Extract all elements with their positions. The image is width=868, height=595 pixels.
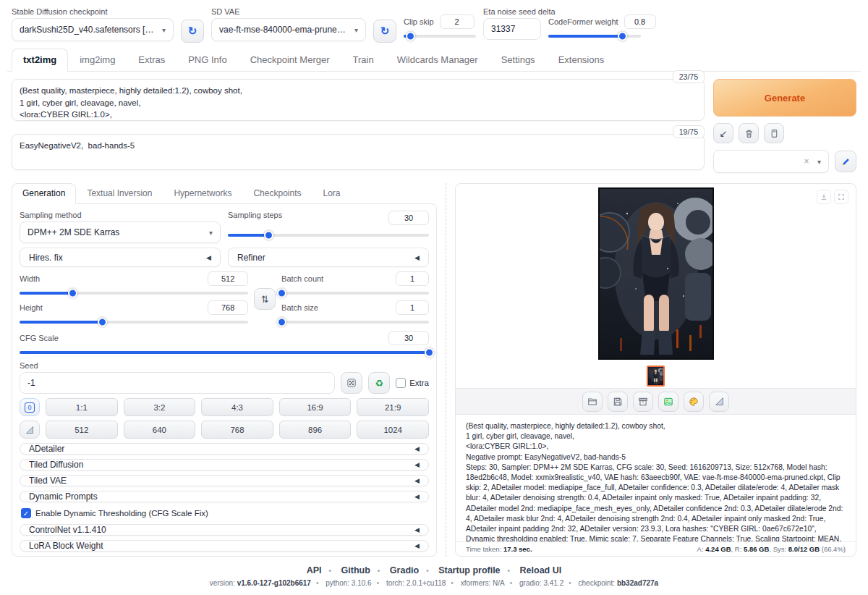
startup-profile-link[interactable]: Startup profile (438, 565, 500, 575)
styles-dropdown[interactable]: × ▾ (713, 150, 829, 173)
chevron-down-icon: ▾ (817, 158, 821, 166)
size-896-button[interactable]: 896 (279, 421, 352, 439)
clip-skip-input[interactable] (440, 14, 475, 29)
tab-checkpoints[interactable]: Checkpoints (242, 183, 312, 203)
batch-count-input[interactable] (396, 271, 429, 286)
refiner-accordion[interactable]: Refiner ◀ (228, 248, 429, 267)
tab-generation[interactable]: Generation (12, 183, 76, 204)
controlnet-accordion[interactable]: ControlNet v1.1.410 ◀ (20, 524, 429, 536)
aspect-1-1-button[interactable]: 1:1 (46, 398, 118, 416)
size-768-button[interactable]: 768 (201, 421, 273, 439)
dynamic-prompts-accordion[interactable]: Dynamic Prompts ◀ (20, 491, 429, 502)
clear-prompt-button[interactable] (739, 123, 759, 143)
edit-styles-button[interactable] (835, 151, 856, 172)
tab-hypernetworks[interactable]: Hypernetworks (163, 183, 242, 203)
codeformer-slider[interactable] (548, 35, 641, 38)
clear-styles-icon[interactable]: × (804, 156, 809, 166)
tab-checkpoint-merger[interactable]: Checkpoint Merger (239, 48, 341, 71)
sampling-steps-input[interactable] (388, 211, 429, 225)
width-slider[interactable] (20, 292, 248, 295)
time-taken-value: 17.3 sec. (503, 545, 532, 553)
lora-block-weight-accordion[interactable]: LoRA Block Weight ◀ (20, 540, 429, 552)
size-preset-tool-button[interactable] (20, 421, 40, 439)
api-link[interactable]: API (307, 565, 322, 575)
clip-skip-slider[interactable] (404, 35, 476, 38)
send-to-inpaint-button[interactable] (684, 392, 704, 412)
sampling-method-dropdown[interactable]: DPM++ 2M SDE Karras ▾ (20, 221, 221, 243)
aspect-ratio-tool-button[interactable]: 0 (20, 398, 40, 416)
generate-button[interactable]: Generate (713, 79, 856, 117)
tab-lora[interactable]: Lora (312, 183, 352, 203)
prompt-input[interactable]: (Best quality, masterpiece, highly detai… (12, 79, 705, 121)
ensd-input[interactable] (483, 18, 541, 40)
refresh-vae-button[interactable]: ↻ (373, 20, 396, 43)
batch-size-slider[interactable] (281, 321, 429, 324)
collapsed-arrow-icon: ◀ (414, 477, 420, 484)
extra-networks-button[interactable] (764, 123, 784, 143)
aspect-21-9-button[interactable]: 21:9 (357, 398, 429, 416)
send-to-img2img-button[interactable] (658, 392, 678, 412)
size-640-button[interactable]: 640 (124, 421, 196, 439)
tab-textual-inversion[interactable]: Textual Inversion (76, 183, 163, 203)
mem-sys-percent: (66.4%) (822, 545, 846, 553)
quicksettings-bar: Stable Diffusion checkpoint darkSushi25D… (7, 4, 861, 48)
checkbox-checked-icon: ✓ (21, 508, 31, 518)
dynamic-prompts-label: Dynamic Prompts (29, 491, 98, 502)
sampling-method-label: Sampling method (20, 211, 221, 219)
cfg-scale-slider[interactable] (20, 351, 429, 354)
batch-size-input[interactable] (396, 300, 429, 315)
save-image-button[interactable] (608, 392, 628, 412)
tab-wildcards-manager[interactable]: Wildcards Manager (386, 48, 490, 71)
collapsed-arrow-icon: ◀ (414, 526, 420, 533)
hires-fix-accordion[interactable]: Hires. fix ◀ (20, 248, 221, 267)
swap-dimensions-button[interactable]: ⇅ (254, 288, 276, 310)
adetailer-accordion[interactable]: ADetailer ◀ (20, 443, 429, 455)
tab-img2img[interactable]: img2img (68, 48, 127, 71)
tab-extras[interactable]: Extras (127, 48, 176, 71)
seed-input[interactable] (20, 372, 335, 394)
height-slider[interactable] (20, 321, 248, 324)
fullscreen-button[interactable] (834, 190, 848, 204)
send-to-extras-button[interactable] (709, 392, 729, 412)
tab-settings[interactable]: Settings (490, 48, 547, 71)
save-zip-button[interactable] (633, 392, 653, 412)
mem-r-value: 5.86 GB (744, 545, 769, 553)
thumbnail-selected[interactable] (647, 366, 665, 387)
tab-train[interactable]: Train (341, 48, 386, 71)
extra-seed-checkbox[interactable]: Extra (396, 378, 429, 388)
reuse-seed-button[interactable]: ♻ (368, 372, 390, 394)
tiled-diffusion-label: Tiled Diffusion (29, 460, 83, 470)
height-input[interactable] (208, 300, 248, 315)
gradio-link[interactable]: Gradio (390, 565, 419, 575)
aspect-3-2-button[interactable]: 3:2 (124, 398, 196, 416)
tiled-vae-accordion[interactable]: Tiled VAE ◀ (20, 475, 429, 486)
batch-count-slider[interactable] (281, 292, 429, 295)
tab-txt2img[interactable]: txt2img (12, 48, 68, 72)
tab-png-info[interactable]: PNG Info (176, 48, 238, 71)
size-1024-button[interactable]: 1024 (357, 421, 429, 439)
aspect-16-9-button[interactable]: 16:9 (279, 398, 352, 416)
paste-params-button[interactable]: ↙ (713, 123, 733, 143)
aspect-4-3-button[interactable]: 4:3 (201, 398, 273, 416)
sampling-steps-slider[interactable] (228, 234, 429, 237)
checkpoint-dropdown[interactable]: darkSushi25D_v40.safetensors [bb32ad727a… (12, 18, 174, 41)
refresh-checkpoint-button[interactable]: ↻ (181, 20, 204, 43)
vae-dropdown[interactable]: vae-ft-mse-840000-ema-pruned.ckpt ▾ (211, 18, 366, 41)
card-icon (770, 129, 779, 138)
github-link[interactable]: Github (341, 565, 370, 575)
size-512-button[interactable]: 512 (46, 421, 118, 439)
random-seed-button[interactable] (341, 372, 362, 394)
tab-extensions[interactable]: Extensions (547, 48, 616, 71)
reload-ui-link[interactable]: Reload UI (520, 565, 562, 575)
open-folder-button[interactable] (582, 392, 603, 412)
negative-prompt-input[interactable]: EasyNegativeV2, bad-hands-5 (12, 134, 705, 170)
calculator-icon: 0 (25, 402, 34, 413)
codeformer-input[interactable] (624, 14, 656, 29)
tiled-diffusion-accordion[interactable]: Tiled Diffusion ◀ (20, 459, 429, 470)
generated-image[interactable] (598, 187, 714, 360)
download-image-button[interactable] (817, 190, 831, 204)
dynamic-thresholding-checkbox[interactable]: ✓ Enable Dynamic Thresholding (CFG Scale… (20, 507, 429, 520)
cfg-scale-input[interactable] (388, 331, 429, 345)
gallery-footer: Time taken: 17.3 sec. A: 4.24 GB, R: 5.8… (456, 541, 856, 556)
width-input[interactable] (208, 271, 248, 286)
